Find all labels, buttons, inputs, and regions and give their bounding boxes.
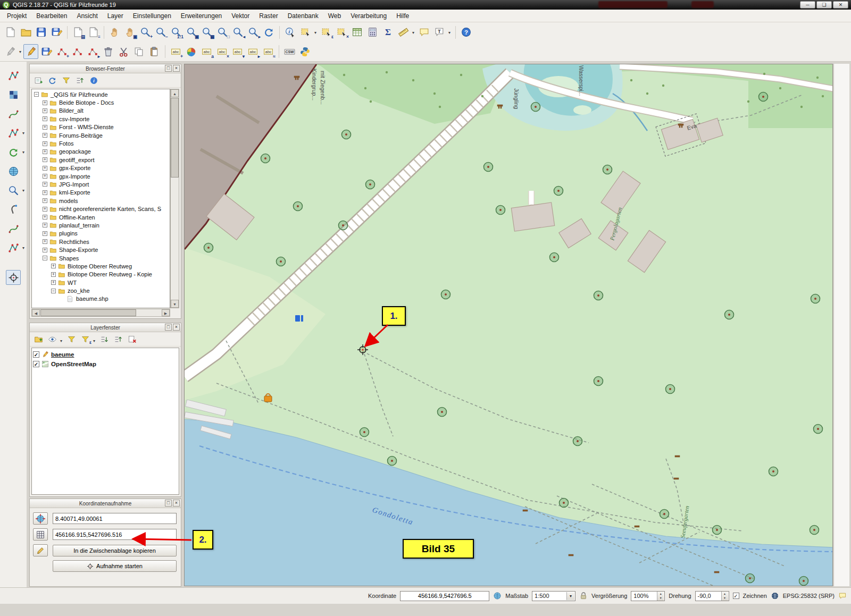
tree-item[interactable]: +WT (33, 279, 170, 286)
pan-to-selection-button[interactable]: ▣ (122, 25, 137, 40)
rotation-spinbox[interactable]: -90,0 ▴▾ (695, 591, 729, 601)
tree-item[interactable]: +Bilder_alt (33, 107, 170, 115)
search-layers-tool[interactable]: ▾ (6, 183, 21, 198)
menu-datenbank[interactable]: Datenbank (283, 10, 323, 22)
save-project-button[interactable] (34, 25, 48, 40)
statistical-summary-button[interactable]: Σ (380, 25, 395, 40)
scrollbar-thumb[interactable] (40, 309, 136, 316)
layer-styling-button[interactable] (183, 44, 198, 59)
add-feature-button[interactable]: + (54, 44, 69, 59)
combo-dropdown-icon[interactable]: ▾ (566, 592, 574, 600)
scroll-right-button[interactable]: ▶ (162, 309, 170, 316)
zoom-last-button[interactable]: ◂ (230, 25, 245, 40)
zoom-next-button[interactable]: ▸ (246, 25, 261, 40)
text-annotation-button[interactable]: T▾ (432, 25, 447, 40)
coordinate-capture-tool[interactable] (6, 270, 21, 285)
manage-visibility-button[interactable]: ▾ (46, 333, 59, 345)
dropdown-arrow-icon[interactable]: ▾ (22, 131, 24, 136)
start-capture-button[interactable]: Aufnahme starten (53, 560, 177, 572)
tree-item[interactable]: +csv-Importe (33, 115, 170, 123)
dropdown-arrow-icon[interactable]: ▾ (22, 246, 24, 250)
menu-ansicht[interactable]: Ansicht (72, 10, 102, 22)
tree-item[interactable]: +Offline-Karten (33, 213, 170, 221)
tree-item[interactable]: +Biotope Oberer Reutweg - Kopie (33, 271, 170, 279)
tree-item[interactable]: −Shapes (33, 254, 170, 262)
vector-v-tool[interactable]: ▾ (6, 240, 21, 255)
tree-item[interactable]: +Shape-Exporte (33, 246, 170, 254)
zoom-to-layer-button[interactable]: □ (215, 25, 230, 40)
expand-icon[interactable]: + (43, 116, 47, 121)
zoom-to-selection-button[interactable]: ▦ (199, 25, 214, 40)
deselect-features-button[interactable]: × (334, 25, 349, 40)
messages-icon[interactable] (838, 592, 847, 600)
labeling-button-4[interactable]: abc▾ (230, 44, 245, 59)
expand-icon[interactable]: + (43, 108, 47, 113)
layer-item[interactable]: ✓baeume (33, 350, 178, 359)
dropdown-arrow-icon[interactable]: ▾ (314, 30, 316, 35)
scroll-left-button[interactable]: ◀ (32, 309, 40, 316)
coordinate-input[interactable] (400, 591, 489, 601)
tree-item[interactable]: +Forst - WMS-Dienste (33, 123, 170, 131)
spin-up-icon[interactable]: ▴ (722, 592, 728, 596)
menu-verarbeitung[interactable]: Verarbeitung (346, 10, 391, 22)
expand-icon[interactable]: + (43, 166, 47, 171)
refresh-browser-button[interactable] (46, 74, 59, 87)
web-sync-tool[interactable]: ▾ (6, 145, 21, 159)
menu-web[interactable]: Web (323, 10, 346, 22)
collapse-icon[interactable]: − (51, 289, 56, 293)
layer-checkbox[interactable]: ✓ (33, 361, 39, 367)
magnifier-spinbox[interactable]: 100% ▴▾ (631, 591, 665, 601)
collapse-icon[interactable]: − (43, 256, 47, 260)
collapse-icon[interactable]: − (34, 92, 39, 97)
tree-item[interactable]: +geopackage (33, 148, 170, 156)
properties-button[interactable]: i (88, 74, 100, 87)
copy-to-clipboard-button[interactable]: In die Zwischenablage kopieren (53, 545, 177, 556)
vector-polyline-tool[interactable] (6, 68, 21, 83)
spline-tool[interactable] (6, 106, 21, 121)
scrollbar-thumb[interactable] (171, 98, 179, 178)
toggle-editing-button[interactable] (23, 44, 38, 59)
expand-icon[interactable]: + (43, 190, 47, 195)
tree-item[interactable]: +Forums-Beiträge (33, 131, 170, 139)
paste-features-button[interactable] (147, 44, 162, 59)
dropdown-arrow-icon[interactable]: ▾ (412, 30, 414, 35)
collapse-all-layers-button[interactable] (112, 333, 124, 345)
labeling-button-2[interactable]: abca (199, 44, 214, 59)
projected-crs-button[interactable] (33, 528, 48, 541)
layer-item[interactable]: ✓OpenStreetMap (33, 359, 178, 369)
menu-layer[interactable]: Layer (103, 10, 128, 22)
expand-icon[interactable]: + (43, 207, 47, 212)
tree-item[interactable]: +JPG-Import (33, 180, 170, 188)
delete-selected-button[interactable] (101, 44, 115, 59)
cut-features-button[interactable] (116, 44, 131, 59)
mouse-position-toggle-icon[interactable] (493, 592, 502, 600)
tree-item[interactable]: +Biotope Oberer Reutweg (33, 262, 170, 270)
filter-legend-button[interactable] (65, 333, 78, 345)
minimize-button[interactable]: ─ (800, 1, 815, 9)
expand-icon[interactable]: + (43, 174, 47, 179)
scroll-down-button[interactable]: ▼ (171, 300, 179, 308)
menu-erweiterungen[interactable]: Erweiterungen (176, 10, 227, 22)
node-tool-button[interactable]: ▸ (85, 44, 100, 59)
open-project-button[interactable] (18, 25, 33, 40)
dropdown-arrow-icon[interactable]: ▾ (93, 339, 95, 343)
labeling-button-1[interactable]: abc+ (168, 44, 183, 59)
projected-coordinate-input[interactable] (53, 529, 177, 540)
tree-item[interactable]: +Beide Biotope - Docs (33, 98, 170, 106)
scale-combo[interactable]: 1:500 ▾ (532, 591, 575, 601)
close-panel-button[interactable]: × (173, 500, 180, 507)
float-panel-button[interactable]: □ (165, 500, 172, 507)
remove-layer-button[interactable] (126, 333, 138, 345)
map-canvas[interactable]: Kindergrup...mit Ziegenb...JünglingWasse… (184, 64, 833, 586)
tree-item[interactable]: baeume.shp (33, 295, 170, 303)
expand-icon[interactable]: + (51, 264, 56, 268)
close-panel-button[interactable]: × (173, 65, 180, 72)
layer-checkbox[interactable]: ✓ (33, 351, 39, 358)
save-layer-edits-button[interactable] (39, 44, 54, 59)
dropdown-arrow-icon[interactable]: ▾ (22, 188, 24, 193)
help-button[interactable]: ? (458, 25, 473, 40)
move-feature-button[interactable] (70, 44, 85, 59)
track-mouse-button[interactable] (33, 544, 48, 556)
field-calculator-button[interactable] (365, 25, 380, 40)
expand-icon[interactable]: + (43, 198, 47, 203)
